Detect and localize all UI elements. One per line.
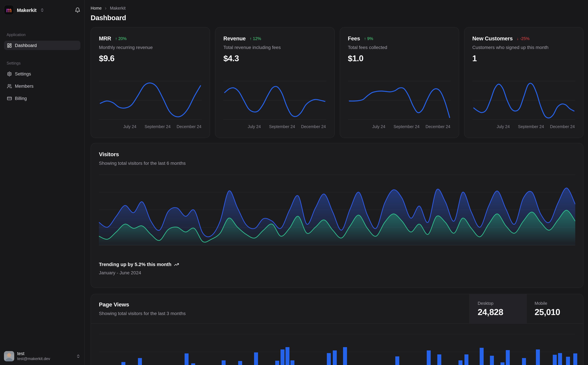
- stat-subtitle: Total revenue including fees: [223, 45, 326, 50]
- bar: [291, 360, 294, 365]
- bar: [553, 355, 557, 365]
- stat-value: $1.0: [348, 54, 451, 63]
- x-tick: July 24: [248, 124, 261, 129]
- sidebar: m Makerkit Application Dashboard Setting…: [0, 0, 85, 365]
- bar: [558, 353, 562, 365]
- x-tick: September 24: [394, 124, 419, 129]
- stat-card-revenue: Revenue ↑ 12% Total revenue including fe…: [215, 27, 335, 138]
- stat-title: MRR: [99, 35, 111, 42]
- main-content: Home Makerkit Dashboard MRR ↑ 20% Monthl…: [85, 0, 588, 365]
- x-tick: December 24: [177, 124, 201, 129]
- x-tick: September 24: [269, 124, 295, 129]
- bar: [458, 360, 463, 365]
- toggle-label: Mobile: [535, 301, 575, 306]
- x-tick: July 24: [497, 124, 510, 129]
- page-views-card: Page Views Showing total visitors for th…: [91, 294, 583, 365]
- bar: [333, 351, 337, 365]
- bar: [281, 350, 284, 365]
- bar: [191, 363, 195, 365]
- bar: [500, 362, 505, 365]
- visitors-footer: Trending up by 5.2% this month January -…: [99, 262, 575, 275]
- user-menu[interactable]: test test@makerkit.dev: [4, 351, 80, 361]
- sidebar-item-settings[interactable]: Settings: [4, 69, 80, 78]
- visitors-date-range: January - June 2024: [99, 270, 575, 275]
- sidebar-header: m Makerkit: [4, 5, 80, 15]
- stat-value: $4.3: [223, 54, 326, 63]
- stat-title: Fees: [348, 35, 360, 42]
- bar: [573, 353, 577, 365]
- chevrons-up-down-icon[interactable]: [40, 8, 44, 12]
- trending-up-icon: [174, 262, 179, 267]
- stat-card-mrr: MRR ↑ 20% Monthly recurring revenue $9.6…: [91, 27, 210, 138]
- bar: [536, 350, 540, 365]
- bar: [327, 353, 331, 365]
- trend-badge: ↑ 12%: [249, 36, 261, 41]
- trend-badge: ↑ 9%: [364, 36, 373, 41]
- sidebar-item-members[interactable]: Members: [4, 81, 80, 91]
- sparkline-chart: July 24 September 24 December 24: [348, 72, 451, 130]
- x-tick: September 24: [518, 124, 544, 129]
- makerkit-logo[interactable]: m: [4, 5, 14, 15]
- toggle-value: 24,828: [478, 307, 518, 317]
- logo-letter: m: [6, 7, 12, 13]
- trend-badge: ↓ -25%: [517, 36, 530, 41]
- credit-card-icon: [7, 96, 12, 101]
- bar: [185, 353, 188, 365]
- stat-subtitle: Customers who signed up this month: [472, 45, 575, 50]
- stat-card-new-customers: New Customers ↓ -25% Customers who signe…: [464, 27, 584, 138]
- new-customers-sparkline: [472, 72, 575, 121]
- chevrons-up-down-icon[interactable]: [76, 354, 80, 358]
- stat-value: $9.6: [99, 54, 202, 63]
- x-tick: December 24: [426, 124, 450, 129]
- user-name: test: [17, 351, 50, 356]
- revenue-sparkline: [223, 72, 326, 121]
- x-tick: July 24: [372, 124, 385, 129]
- x-axis-labels: July 24 September 24 December 24: [472, 124, 575, 130]
- stat-value: 1: [472, 54, 575, 63]
- app-root: m Makerkit Application Dashboard Setting…: [0, 0, 588, 365]
- trend-badge: ↑ 20%: [115, 36, 127, 41]
- dashboard-icon: [7, 43, 12, 48]
- avatar: [4, 351, 14, 361]
- sidebar-item-label: Members: [15, 84, 34, 89]
- x-axis-labels: July 24 September 24 December 24: [99, 124, 202, 130]
- nav-section-application: Application: [7, 33, 78, 37]
- stat-subtitle: Total fees collected: [348, 45, 451, 50]
- bar: [254, 352, 258, 365]
- nav-section-settings: Settings: [7, 61, 78, 65]
- x-tick: September 24: [145, 124, 171, 129]
- breadcrumb-home[interactable]: Home: [91, 6, 102, 11]
- workspace-name[interactable]: Makerkit: [17, 7, 36, 13]
- visitors-card: Visitors Showing total visitors for the …: [91, 143, 583, 288]
- toggle-value: 25,010: [535, 307, 575, 317]
- breadcrumb: Home Makerkit: [91, 5, 583, 11]
- bar: [480, 348, 484, 365]
- stat-card-fees: Fees ↑ 9% Total fees collected $1.0 July…: [339, 27, 459, 138]
- toggle-label: Desktop: [478, 301, 518, 306]
- x-axis-labels: July 24 September 24 December 24: [223, 124, 326, 130]
- stats-grid: MRR ↑ 20% Monthly recurring revenue $9.6…: [91, 27, 583, 138]
- bar: [121, 362, 125, 365]
- toggle-mobile[interactable]: Mobile 25,010: [526, 294, 583, 323]
- sidebar-item-billing[interactable]: Billing: [4, 94, 80, 103]
- sidebar-item-dashboard[interactable]: Dashboard: [4, 41, 80, 50]
- stat-title: New Customers: [472, 35, 513, 42]
- bar: [238, 361, 242, 365]
- x-axis-labels: July 24 September 24 December 24: [348, 124, 451, 130]
- x-tick: December 24: [301, 124, 326, 129]
- visitors-area-chart: [99, 173, 575, 247]
- stat-title: Revenue: [223, 35, 246, 42]
- sparkline-chart: July 24 September 24 December 24: [99, 72, 202, 130]
- sidebar-item-label: Dashboard: [15, 43, 37, 48]
- bar: [566, 357, 570, 365]
- x-tick: July 24: [123, 124, 136, 129]
- toggle-desktop[interactable]: Desktop 24,828: [469, 294, 526, 323]
- breadcrumb-current: Makerkit: [110, 6, 125, 11]
- sparkline-chart: July 24 September 24 December 24: [472, 72, 575, 130]
- sidebar-item-label: Settings: [15, 71, 31, 76]
- bell-icon[interactable]: [75, 7, 80, 13]
- bar: [427, 351, 431, 365]
- visitors-title: Visitors: [99, 151, 575, 158]
- bar: [275, 361, 279, 365]
- page-views-header: Page Views Showing total visitors for th…: [91, 294, 583, 324]
